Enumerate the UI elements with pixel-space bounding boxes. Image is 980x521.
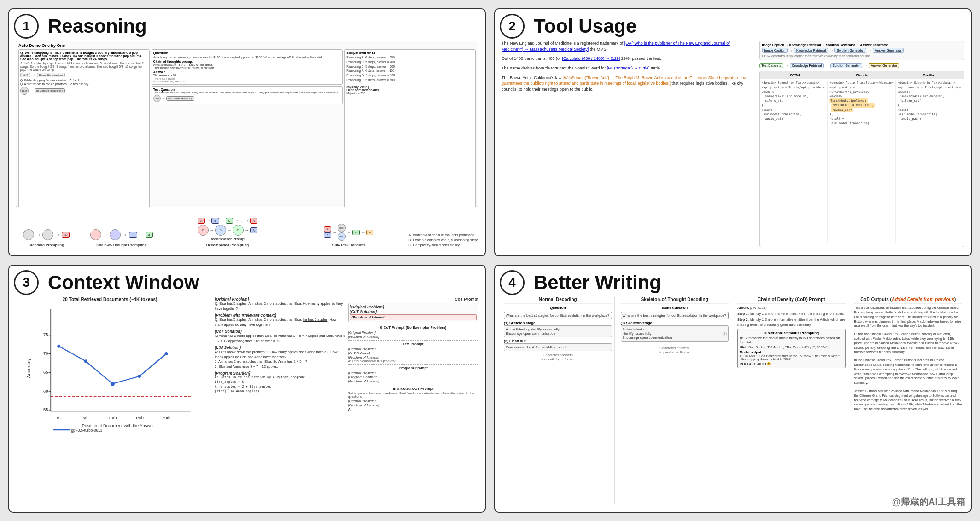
- context-chart-panel: 20 Total Retrieved Documents (~4K tokens…: [16, 297, 207, 504]
- code-col-title-gpt4: GPT-4: [762, 73, 829, 78]
- ltm-interest: [Problem of Interest]: [348, 355, 478, 359]
- sot-item-3: Encourage open communication: [623, 336, 727, 340]
- svg-text:15th: 15th: [135, 416, 144, 420]
- cod-output-2: During the Chinese Grand Prix, Jensen Bu…: [854, 332, 962, 356]
- context-examples-panel: [Original Problem] Q: Elsa has 5 apples.…: [211, 297, 478, 504]
- tool-paragraph-1: The New England Journal of Medicine is a…: [502, 41, 748, 52]
- irrelevant-context-section: [Problem with Irrelevant Context] Q: Els…: [215, 313, 345, 327]
- context-left-col: [Original Problem] Q: Elsa has 5 apples.…: [215, 297, 345, 504]
- cod-prompt-col: Chain of Density (CoD) Prompt Article: […: [735, 297, 848, 504]
- normal-decoding-title: Normal Decoding: [504, 297, 612, 304]
- program-prompt-section: Program Prompt [Original Problem] [Progr…: [348, 364, 478, 383]
- instructed-desc: Solve grade school math problems. Feel f…: [348, 392, 478, 398]
- instruct-interest: [Problem of Interest]: [348, 403, 478, 407]
- test-box-2: Knowledge Retrieval: [790, 63, 824, 68]
- flow-description: GPT-4 generates image caption then retri…: [762, 54, 962, 58]
- cot-solution-label: [CoT Solution]: [215, 329, 345, 334]
- flow-box-1: Image Caption: [762, 48, 788, 53]
- zero-cot-orig: [Original Problem]: [348, 330, 478, 335]
- normal-question-box: What are the best strategies for conflic…: [504, 312, 612, 319]
- skeleton-content-2: Encourage open communication: [506, 331, 610, 336]
- flow-title: Image Caption → Knowledge Retrieval → So…: [762, 43, 962, 46]
- svg-text:10th: 10th: [108, 416, 117, 420]
- card-title-2: Tool Usage: [534, 16, 964, 37]
- flesh-out-label: (2) Flesh out: [504, 339, 612, 343]
- cod-output-3: In the Chinese Grand Prix, Jensen Button…: [854, 358, 962, 387]
- cot-label: Chain-of-Thought Prompting: [96, 243, 146, 247]
- irrelevant-text: Q: Elsa has 5 apples. Anna has 2 more ap…: [215, 318, 345, 327]
- card-number-4: 4: [500, 270, 525, 295]
- skeleton-decoding-title: Skeleton-of-Thought Decoding: [621, 297, 729, 304]
- normal-speed-label: Generates answerssequentially → Slower: [504, 353, 612, 361]
- ltm-text: A: Let's break down this problem: 1. How…: [215, 350, 345, 369]
- card-better-writing: 4 Better Writing Normal Decoding Questio…: [494, 265, 972, 513]
- auto-demo-panel: Auto Demo One by One Q: While shopping f…: [16, 41, 478, 207]
- decomposer-diagram: A → B → C → ... → A C → B → C →: [166, 218, 289, 247]
- ltm-solution-section: [LtM Solution] A: Let's break down this …: [215, 345, 345, 369]
- hint-text: Bob Barker: [748, 345, 765, 349]
- tool-link-3: [MT("tortuga") → turtle]: [607, 66, 649, 70]
- ltm-prompt-section: LtM Prompt [Original Problem] [CoT Solut…: [348, 340, 478, 363]
- normal-question-text: What are the best strategies for conflic…: [506, 313, 610, 318]
- card-title-3: Context Window: [48, 272, 478, 293]
- context-right-col: CoT Prompt [Original Problem] [CoT Solut…: [348, 297, 478, 504]
- accuracy-chart: Accuracy 55 60 65 70 75 1st 5th: [16, 304, 204, 433]
- original-problem-section: [Original Problem] Q: Elsa has 5 apples.…: [215, 297, 345, 311]
- directional-stimulus-box: Directional Stimulus Prompting Q: Summar…: [737, 329, 846, 368]
- card-context-window: 3 Context Window 20 Total Retrieved Docu…: [8, 265, 486, 513]
- sot-item-2-num: (2): [723, 331, 727, 336]
- standard-prompting-diagram: ... → ... → A Standard Prompting: [16, 229, 77, 247]
- cod-outputs-title: CoD Outputs (Added Details from previous…: [854, 297, 962, 304]
- ltm-orig: [Original Problem]: [348, 347, 478, 351]
- orig-prob-2: [Original Problem]: [350, 305, 477, 309]
- flow-box-4: Answer Generator: [873, 48, 904, 53]
- rouge-score: ROUGE-1: 48.39 😊: [740, 362, 843, 366]
- original-problem-label: [Original Problem]: [215, 297, 345, 301]
- sot-skeleton-box: Active listening Identify issues fully (…: [621, 325, 729, 342]
- decomposed-sublabel: Decomposed Prompting: [206, 243, 249, 247]
- program-solution-section: [Program Solution] A: Let's solve the pr…: [215, 371, 345, 394]
- test-box-4: Answer Generator: [869, 63, 899, 68]
- svg-point-22: [111, 382, 115, 386]
- card-title-4: Better Writing: [534, 272, 964, 293]
- svg-text:70: 70: [43, 351, 48, 356]
- auto-demo-title: Auto Demo One by One: [18, 43, 476, 48]
- tool-content: The New England Journal of Medicine is a…: [502, 41, 964, 247]
- context-content: 20 Total Retrieved Documents (~4K tokens…: [16, 297, 478, 504]
- sot-question-label: Same question: [621, 306, 729, 310]
- code-col-title-claude: Claude: [828, 73, 895, 78]
- code-highlight-2: 'PYTORCH_HUB_PIPELINE',: [831, 103, 875, 108]
- writing-content: Normal Decoding Question What are the be…: [502, 297, 964, 504]
- cod-output-4: Jensen Button's McLaren collided with Pa…: [854, 389, 962, 411]
- cod-outputs-text: This article discusses an incident that …: [854, 306, 962, 498]
- sot-skeleton-row: Active listening: [623, 327, 727, 331]
- tool-flow-diagram: Image Caption → Knowledge Retrieval → So…: [759, 41, 964, 60]
- zero-cot-section: 0-CoT Prompt (No Exemplar Problem) [Orig…: [348, 324, 478, 339]
- flow-box-2: Knowledge Retrieval: [794, 48, 828, 53]
- test-dataset-row: Test Datasets → Knowledge Retrieval → So…: [759, 63, 964, 68]
- tool-link-4-text: [WikiSearch("Brown Act") → The Ralph M. …: [502, 75, 747, 86]
- irrelevant-label: [Problem with Irrelevant Context]: [215, 313, 345, 318]
- test-arrow-2: →: [825, 63, 829, 68]
- sot-speed-label: Generates answersin parallel → Faster: [621, 346, 729, 354]
- flesh-out-text: Compromise. Look for a middle ground: [506, 345, 610, 349]
- ltm-label: [LtM Solution]: [215, 345, 345, 350]
- skeleton-stage-label: (1) Skeleton stage: [504, 321, 612, 325]
- code-comparison: GPT-4 Claude Gorilla <domain> Speech-to-…: [759, 71, 964, 247]
- skeleton-decoding-col: Skeleton-of-Thought Decoding Same questi…: [618, 297, 732, 504]
- program-text: A: Let's solve the problem by a Python p…: [215, 376, 345, 394]
- svg-point-24: [165, 352, 168, 355]
- sot-question-text: What are the best strategies for conflic…: [623, 313, 727, 318]
- sot-skeleton-row2: Identify issues fully (2): [623, 331, 727, 336]
- flow-box-3: Solution Generator: [834, 48, 866, 53]
- svg-text:55: 55: [43, 408, 48, 412]
- svg-text:Accuracy: Accuracy: [26, 358, 31, 378]
- instruct-a: A:: [348, 407, 478, 411]
- flow-arrow-1: →: [788, 48, 793, 53]
- test-box-1: Test Datasets: [759, 63, 783, 68]
- cod-title: Chain of Density (CoD) Prompt: [737, 297, 846, 304]
- program-prompt-label: Program Prompt: [348, 366, 478, 370]
- sot-question-box: What are the best strategies for conflic…: [621, 312, 729, 319]
- sot-item-2: Identify issues fully: [623, 331, 652, 336]
- test-arrow-1: →: [784, 63, 789, 68]
